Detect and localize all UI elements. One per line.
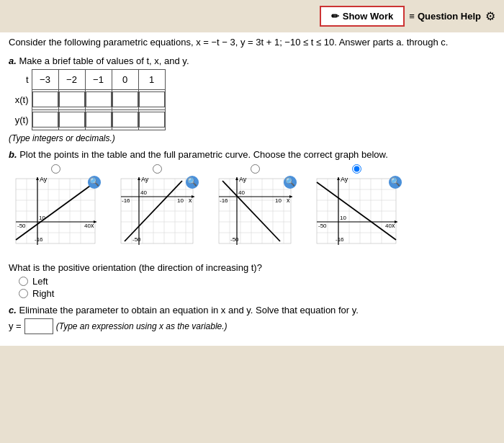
xt-field-5[interactable] — [139, 91, 165, 107]
orientation-question: What is the positive orientation (the di… — [9, 262, 495, 273]
question-help-label: Question Help — [418, 11, 481, 22]
graph-b-zoom-button[interactable]: 🔍 — [186, 176, 199, 189]
orientation-left-radio[interactable] — [19, 277, 28, 286]
svg-text:40: 40 — [238, 189, 245, 196]
xt-row-label: x(t) — [9, 89, 32, 109]
svg-text:Ay: Ay — [239, 176, 247, 183]
part-a-section: a. Make a brief table of values of t, x,… — [9, 55, 495, 143]
show-work-button[interactable]: ✏ Show Work — [320, 6, 405, 27]
list-icon: ≡ — [409, 11, 415, 22]
answer-row: y = (Type an expression using x as the v… — [9, 318, 495, 334]
orientation-left-option: Left — [19, 276, 495, 287]
yt-field-3[interactable] — [86, 112, 112, 127]
svg-text:-16: -16 — [35, 236, 43, 243]
part-c-text: Eliminate the parameter to obtain an equ… — [19, 305, 358, 316]
orientation-right-option: Right — [19, 288, 495, 299]
yt-input-2[interactable] — [58, 109, 85, 130]
graph-d-container: x Ay -50 40 10 -16 🔍 — [310, 164, 403, 258]
graph-a-zoom-button[interactable]: 🔍 — [88, 176, 101, 189]
orientation-radio-group: Left Right — [19, 276, 495, 299]
yt-input-1[interactable] — [32, 109, 58, 130]
graph-a-radio[interactable] — [51, 164, 60, 174]
svg-text:-16: -16 — [220, 197, 228, 204]
graph-b-svg: x Ay -16 10 40 -50 — [114, 175, 200, 258]
problem-text: Consider the following parametric equati… — [9, 37, 448, 48]
yt-field-1[interactable] — [32, 112, 58, 127]
main-content: Consider the following parametric equati… — [0, 32, 504, 346]
graph-a-container: x Ay -50 40 10 -16 🔍 — [9, 164, 102, 258]
gear-icon[interactable]: ⚙ — [485, 9, 495, 23]
xt-input-5[interactable] — [138, 89, 165, 109]
part-b-text: Plot the points in the table and the ful… — [19, 149, 388, 160]
xt-field-3[interactable] — [86, 91, 112, 107]
orientation-right-label: Right — [32, 288, 54, 299]
svg-text:40: 40 — [385, 223, 392, 229]
svg-text:x: x — [91, 222, 94, 229]
xt-field-2[interactable] — [59, 91, 85, 107]
yt-row-label: y(t) — [9, 109, 32, 130]
xt-field-1[interactable] — [32, 91, 58, 107]
graph-d-radio[interactable] — [352, 164, 361, 174]
svg-text:10: 10 — [39, 215, 45, 221]
show-work-label: Show Work — [343, 11, 394, 22]
graph-c-container: x Ay -16 10 40 -50 🔍 — [212, 164, 298, 258]
answer-input[interactable] — [24, 318, 53, 334]
svg-text:Ay: Ay — [141, 176, 149, 183]
yt-row: y(t) — [9, 109, 165, 130]
graph-c-radio[interactable] — [251, 164, 260, 174]
xt-row: x(t) — [9, 89, 165, 109]
t-row-label: t — [9, 69, 32, 89]
problem-statement: Consider the following parametric equati… — [9, 35, 495, 50]
answer-note: (Type an expression using x as the varia… — [56, 321, 228, 331]
svg-text:-50: -50 — [132, 236, 141, 243]
xt-input-3[interactable] — [85, 89, 112, 109]
pencil-icon: ✏ — [331, 11, 339, 22]
part-a-letter: a. — [9, 55, 17, 66]
t-val-5: 1 — [138, 69, 165, 89]
svg-text:x: x — [189, 197, 192, 204]
part-c-letter: c. — [9, 305, 17, 316]
graph-c-svg: x Ay -16 10 40 -50 — [212, 175, 298, 258]
graph-b-radio[interactable] — [153, 164, 162, 174]
part-c-label: c. Eliminate the parameter to obtain an … — [9, 305, 495, 316]
zoom-icon: 🔍 — [89, 177, 99, 187]
zoom-b-icon: 🔍 — [187, 177, 197, 187]
xt-input-2[interactable] — [58, 89, 85, 109]
part-a-label: a. Make a brief table of values of t, x,… — [9, 55, 495, 66]
yt-field-4[interactable] — [112, 112, 138, 127]
yt-input-4[interactable] — [112, 109, 138, 130]
t-val-1: −3 — [32, 69, 58, 89]
orientation-right-radio[interactable] — [19, 289, 28, 298]
svg-text:10: 10 — [340, 215, 346, 221]
svg-text:-16: -16 — [122, 197, 130, 204]
type-note: (Type integers or decimals.) — [9, 133, 495, 143]
orientation-section: What is the positive orientation (the di… — [9, 262, 495, 299]
part-a-text: Make a brief table of values of t, x, an… — [19, 55, 189, 66]
svg-text:Ay: Ay — [341, 176, 348, 183]
orientation-left-label: Left — [32, 276, 48, 287]
svg-text:-50: -50 — [230, 236, 239, 243]
yt-input-3[interactable] — [85, 109, 112, 130]
part-b-label: b. Plot the points in the table and the … — [9, 149, 495, 160]
svg-text:-50: -50 — [17, 223, 26, 229]
svg-text:x: x — [392, 222, 395, 229]
zoom-c-icon: 🔍 — [285, 177, 295, 187]
answer-label: y = — [9, 321, 22, 331]
graph-a-svg: x Ay -50 40 10 -16 — [9, 175, 102, 258]
yt-field-2[interactable] — [59, 112, 85, 127]
zoom-d-icon: 🔍 — [390, 177, 400, 187]
question-help-button[interactable]: ≡ Question Help — [409, 11, 481, 22]
yt-input-5[interactable] — [138, 109, 165, 130]
xt-input-1[interactable] — [32, 89, 58, 109]
yt-field-5[interactable] — [139, 112, 165, 127]
xt-input-4[interactable] — [112, 89, 138, 109]
graph-b-container: x Ay -16 10 40 -50 🔍 — [114, 164, 200, 258]
xt-field-4[interactable] — [112, 91, 138, 107]
graph-d-zoom-button[interactable]: 🔍 — [389, 176, 402, 189]
part-c-section: c. Eliminate the parameter to obtain an … — [9, 305, 495, 334]
graph-d-svg: x Ay -50 40 10 -16 — [310, 175, 403, 258]
graph-c-zoom-button[interactable]: 🔍 — [284, 176, 297, 189]
t-row: t −3 −2 −1 0 1 — [9, 69, 165, 89]
svg-text:x: x — [287, 197, 290, 204]
t-val-2: −2 — [58, 69, 85, 89]
